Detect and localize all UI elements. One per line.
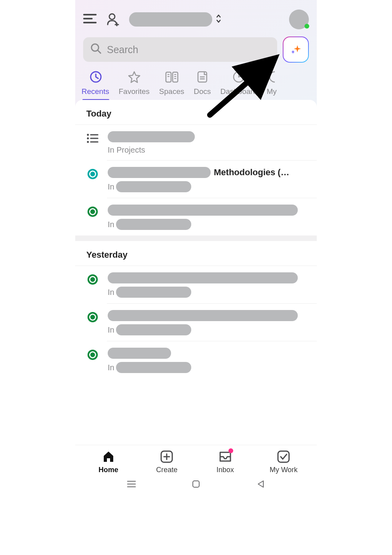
docs-icon bbox=[196, 70, 208, 84]
check-square-icon bbox=[276, 450, 291, 463]
item-sub-redacted bbox=[116, 362, 191, 373]
item-title-text: Methodologies (… bbox=[214, 167, 289, 178]
status-circle-icon bbox=[86, 273, 99, 286]
nav-mywork[interactable]: My Work bbox=[255, 450, 313, 474]
category-tabs: Recents Favorites Spaces Docs Dashboard bbox=[75, 68, 317, 100]
tab-spaces[interactable]: Spaces bbox=[154, 68, 189, 100]
item-sub-redacted bbox=[116, 219, 191, 230]
partial-icon bbox=[268, 70, 275, 84]
top-bar bbox=[75, 0, 317, 36]
item-sub-prefix: In bbox=[108, 288, 114, 297]
item-title-redacted bbox=[108, 348, 171, 359]
menu-icon[interactable] bbox=[83, 13, 97, 25]
status-circle-icon bbox=[86, 168, 99, 180]
nav-inbox[interactable]: Inbox bbox=[196, 450, 255, 474]
item-sub-redacted bbox=[116, 181, 191, 192]
tab-label: Dashboard bbox=[221, 87, 257, 96]
nav-label: Home bbox=[99, 466, 118, 474]
list-item[interactable]: In bbox=[75, 304, 317, 341]
app-screen: Search Recents Favorites Spaces bbox=[75, 0, 317, 492]
item-title-redacted bbox=[108, 272, 298, 283]
item-subtitle: In Projects bbox=[108, 145, 309, 155]
nav-label: Create bbox=[156, 466, 177, 474]
tab-label: Docs bbox=[194, 87, 211, 96]
item-title-redacted bbox=[108, 167, 211, 178]
search-icon bbox=[90, 43, 101, 56]
svg-point-7 bbox=[87, 134, 89, 136]
svg-point-8 bbox=[87, 138, 89, 140]
ai-sparkle-button[interactable] bbox=[283, 36, 309, 63]
plus-square-icon bbox=[160, 450, 174, 463]
system-back-icon[interactable] bbox=[255, 480, 266, 488]
svg-point-9 bbox=[87, 141, 89, 143]
item-sub-redacted bbox=[116, 287, 191, 298]
item-sub-redacted bbox=[116, 324, 191, 335]
svg-rect-11 bbox=[278, 451, 289, 462]
list-item[interactable]: In Projects bbox=[75, 125, 317, 160]
tab-label: My bbox=[266, 87, 276, 96]
item-sub-prefix: In bbox=[108, 182, 114, 191]
nav-label: My Work bbox=[270, 466, 298, 474]
tab-label: Spaces bbox=[159, 87, 184, 96]
home-icon bbox=[102, 450, 115, 463]
tab-label: Favorites bbox=[119, 87, 150, 96]
list-item[interactable]: In bbox=[75, 266, 317, 303]
tab-my[interactable]: My bbox=[262, 68, 281, 100]
system-home-icon[interactable] bbox=[190, 480, 202, 488]
list-icon bbox=[86, 132, 99, 145]
inbox-icon bbox=[218, 450, 232, 463]
status-circle-icon bbox=[86, 348, 99, 361]
tab-docs[interactable]: Docs bbox=[189, 68, 215, 100]
section-header-yesterday: Yesterday bbox=[75, 241, 317, 266]
avatar[interactable] bbox=[289, 10, 309, 29]
list-item[interactable]: Methodologies (… In bbox=[75, 161, 317, 198]
item-sub-prefix: In bbox=[108, 325, 114, 335]
svg-rect-3 bbox=[166, 72, 171, 82]
nav-home[interactable]: Home bbox=[79, 450, 138, 474]
item-sub-prefix: In bbox=[108, 220, 114, 229]
spaces-icon bbox=[165, 70, 179, 84]
system-recent-icon[interactable] bbox=[126, 480, 137, 488]
notification-dot bbox=[228, 448, 233, 453]
section-header-today: Today bbox=[75, 100, 317, 125]
content-area: Today In Projects Methodologies (… In bbox=[75, 100, 317, 445]
clock-icon bbox=[89, 70, 102, 84]
add-user-icon[interactable] bbox=[106, 13, 120, 26]
item-title-redacted bbox=[108, 131, 195, 142]
search-placeholder: Search bbox=[107, 44, 138, 56]
nav-create[interactable]: Create bbox=[138, 450, 196, 474]
item-sub-prefix: In bbox=[108, 363, 114, 372]
pie-chart-icon bbox=[232, 70, 245, 84]
bottom-nav: Home Create Inbox My Work bbox=[75, 445, 317, 477]
star-icon bbox=[128, 70, 141, 84]
nav-label: Inbox bbox=[217, 466, 234, 474]
svg-rect-4 bbox=[173, 72, 178, 82]
item-title-redacted bbox=[108, 205, 298, 216]
tab-label: Recents bbox=[82, 87, 109, 96]
list-item[interactable]: In bbox=[75, 198, 317, 235]
list-item[interactable]: In bbox=[75, 341, 317, 379]
svg-point-0 bbox=[109, 14, 115, 19]
tab-dashboard[interactable]: Dashboard bbox=[216, 68, 262, 100]
system-nav-bar bbox=[75, 477, 317, 492]
workspace-selector[interactable] bbox=[129, 12, 280, 27]
tab-favorites[interactable]: Favorites bbox=[114, 68, 154, 100]
status-circle-icon bbox=[86, 205, 99, 218]
svg-rect-12 bbox=[193, 481, 199, 487]
status-circle-icon bbox=[86, 311, 99, 323]
item-title-redacted bbox=[108, 310, 298, 321]
chevron-updown-icon bbox=[215, 14, 222, 25]
tab-recents[interactable]: Recents bbox=[78, 68, 114, 100]
search-input[interactable]: Search bbox=[83, 37, 277, 62]
search-row: Search bbox=[75, 36, 317, 68]
workspace-name-redacted bbox=[129, 12, 212, 27]
